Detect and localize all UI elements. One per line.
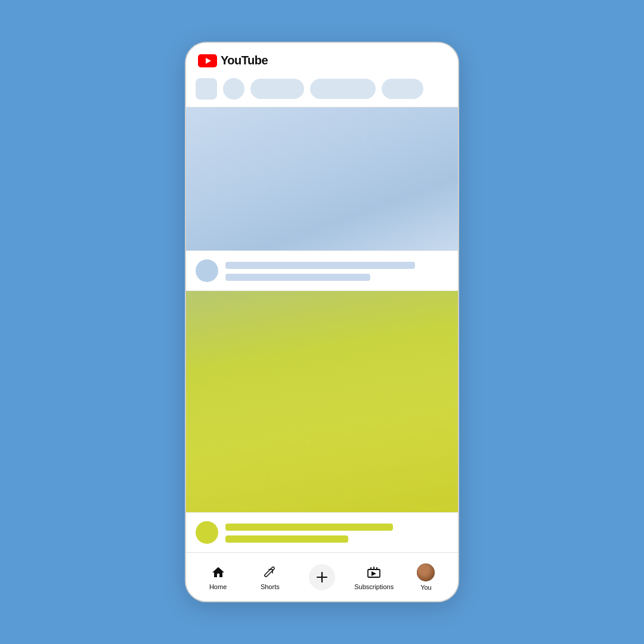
- video-thumbnail-1[interactable]: [186, 107, 458, 250]
- filter-chip-circle[interactable]: [223, 78, 244, 100]
- add-button[interactable]: [309, 564, 335, 590]
- video-info-row-2: [186, 513, 458, 552]
- subscriptions-icon: [366, 564, 382, 581]
- filter-chip-square[interactable]: [196, 78, 217, 100]
- nav-item-you[interactable]: You: [400, 564, 452, 591]
- channel-avatar-1[interactable]: [196, 259, 218, 282]
- youtube-play-icon: [198, 54, 217, 67]
- nav-label-home: Home: [209, 583, 227, 590]
- filter-chip-pill-2[interactable]: [310, 79, 376, 99]
- filter-chip-pill-3[interactable]: [382, 79, 423, 99]
- phone-frame: YouTube: [185, 42, 459, 602]
- bottom-navigation: Home Shorts: [186, 552, 458, 601]
- shorts-icon: [262, 564, 278, 581]
- video-text-2: [225, 521, 448, 543]
- nav-item-subscriptions[interactable]: Subscriptions: [348, 564, 400, 590]
- video-title-line-2: [225, 524, 393, 531]
- filter-chip-pill-1[interactable]: [250, 79, 304, 99]
- content-scroll-area[interactable]: [186, 107, 458, 552]
- filter-chips-row: [186, 73, 458, 107]
- video-text-1: [225, 259, 448, 281]
- video-meta-line-2: [225, 535, 348, 543]
- nav-item-add[interactable]: [296, 564, 348, 590]
- nav-label-you: You: [420, 584, 432, 591]
- youtube-logo: YouTube: [198, 54, 268, 67]
- home-icon: [210, 564, 227, 581]
- video-info-row-1: [186, 251, 458, 290]
- video-meta-line-1: [225, 274, 370, 281]
- nav-item-home[interactable]: Home: [192, 564, 244, 590]
- nav-item-shorts[interactable]: Shorts: [244, 564, 296, 590]
- video-thumbnail-2[interactable]: [186, 291, 458, 512]
- nav-label-shorts: Shorts: [261, 583, 280, 590]
- nav-label-subscriptions: Subscriptions: [354, 583, 394, 590]
- video-title-line-1: [225, 262, 415, 269]
- channel-avatar-2[interactable]: [196, 521, 218, 544]
- youtube-wordmark: YouTube: [221, 54, 268, 67]
- user-avatar-icon: [417, 564, 435, 581]
- app-header: YouTube: [186, 43, 458, 73]
- user-avatar-face: [417, 564, 435, 581]
